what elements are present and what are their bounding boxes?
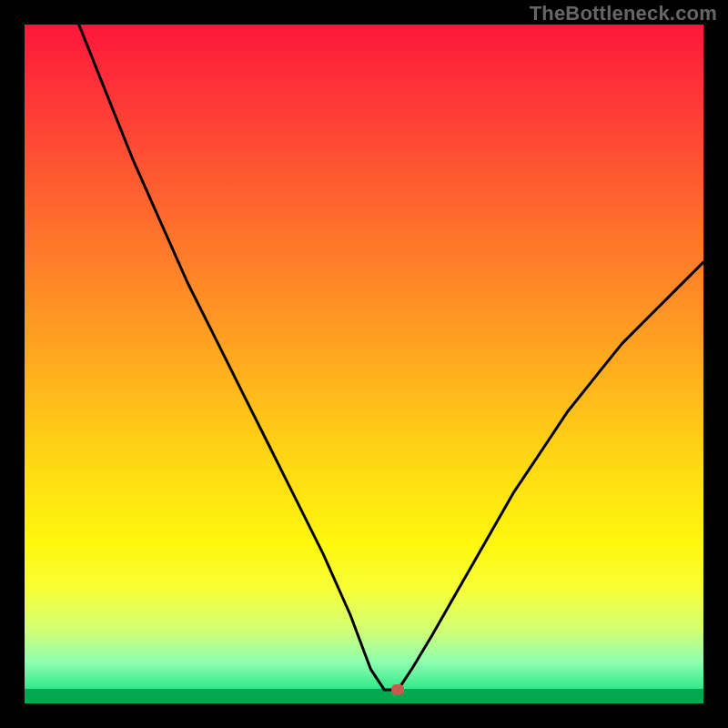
plot-area	[25, 25, 703, 703]
bottleneck-curve	[25, 25, 703, 703]
watermark-text: TheBottleneck.com	[530, 2, 717, 25]
optimal-point-marker	[391, 684, 404, 695]
chart-frame: TheBottleneck.com	[0, 0, 728, 728]
